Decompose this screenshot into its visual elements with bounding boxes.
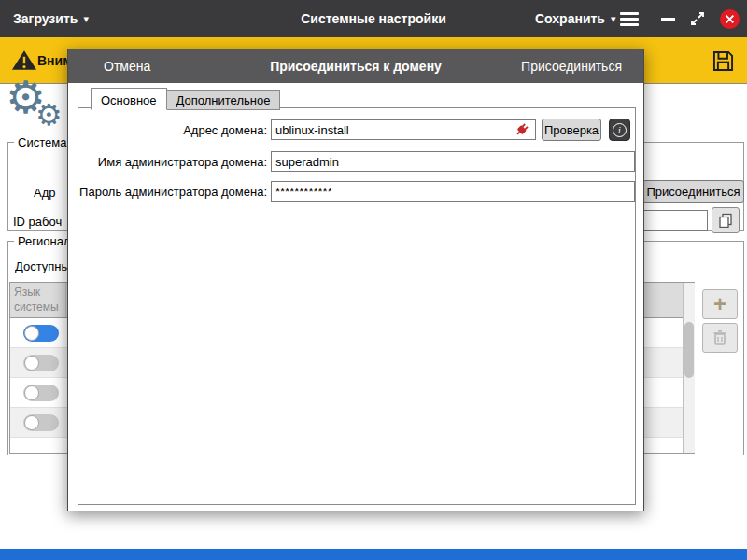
language-toggle[interactable]: [23, 325, 59, 342]
copy-icon: [718, 213, 733, 228]
dialog-join-button[interactable]: Присоединиться: [521, 49, 622, 83]
language-toggle[interactable]: [23, 355, 59, 371]
domain-address-label: Адрес домена:: [78, 123, 267, 137]
scrollbar-thumb[interactable]: [684, 322, 694, 378]
fullscreen-button[interactable]: [690, 11, 705, 26]
address-label: Адр: [34, 186, 67, 200]
toggle-knob: [24, 326, 39, 341]
domain-address-input[interactable]: [271, 119, 536, 140]
close-icon: [725, 14, 735, 24]
toggle-knob: [24, 385, 39, 400]
tab-general[interactable]: Основное: [91, 88, 167, 110]
system-settings-window: Загрузить ▾ Системные настройки Сохранит…: [0, 0, 747, 560]
toggle-knob: [24, 415, 39, 430]
admin-name-input[interactable]: [271, 151, 635, 172]
trash-icon: [712, 329, 727, 346]
available-languages-label: Доступны: [15, 259, 67, 273]
language-column-header: Язык системы: [10, 283, 66, 317]
save-config-button[interactable]: [706, 45, 740, 77]
workstation-id-label: ID рабоч: [13, 215, 67, 229]
info-icon: i: [613, 123, 627, 137]
copy-button[interactable]: [712, 207, 740, 233]
add-icon: +: [713, 293, 726, 315]
toggle-knob: [24, 356, 39, 371]
info-button[interactable]: i: [609, 119, 630, 141]
bottom-status-bar: [0, 549, 747, 560]
language-toggle[interactable]: [23, 385, 59, 401]
join-domain-dialog: Отмена Присоединиться к домену Присоедин…: [67, 49, 644, 511]
language-toggle[interactable]: [23, 414, 59, 431]
dialog-tabs: Основное Дополнительное: [91, 88, 279, 110]
dialog-header: Отмена Присоединиться к домену Присоедин…: [68, 49, 643, 83]
expand-icon: [690, 11, 705, 26]
delete-language-button[interactable]: [702, 323, 738, 353]
gears-icon: ⚙⚙: [4, 77, 65, 136]
languages-scrollbar[interactable]: [683, 283, 695, 453]
admin-password-input[interactable]: [271, 181, 635, 202]
menu-icon[interactable]: [620, 12, 639, 29]
check-button[interactable]: Проверка: [542, 119, 601, 141]
disconnected-plug-icon: [514, 121, 530, 142]
topbar: Загрузить ▾ Системные настройки Сохранит…: [0, 0, 747, 37]
minimize-button[interactable]: [661, 18, 675, 21]
save-menu-label: Сохранить: [535, 11, 605, 26]
save-menu-button[interactable]: Сохранить ▾: [535, 0, 616, 37]
chevron-down-icon: ▾: [611, 13, 616, 25]
add-language-button[interactable]: +: [702, 289, 738, 319]
tab-additional[interactable]: Дополнительное: [166, 90, 281, 110]
admin-name-label: Имя администратора домена:: [78, 155, 267, 169]
tab-panel-general: Адрес домена: Проверка i Имя администрат…: [78, 107, 636, 505]
close-button[interactable]: [720, 9, 740, 29]
regional-group-label: Регионал: [14, 234, 75, 248]
join-domain-background-button[interactable]: Присоединиться: [642, 180, 744, 203]
system-group-label: Система: [14, 135, 70, 149]
admin-password-label: Пароль администратора домена:: [78, 185, 267, 199]
floppy-icon: [711, 49, 736, 74]
